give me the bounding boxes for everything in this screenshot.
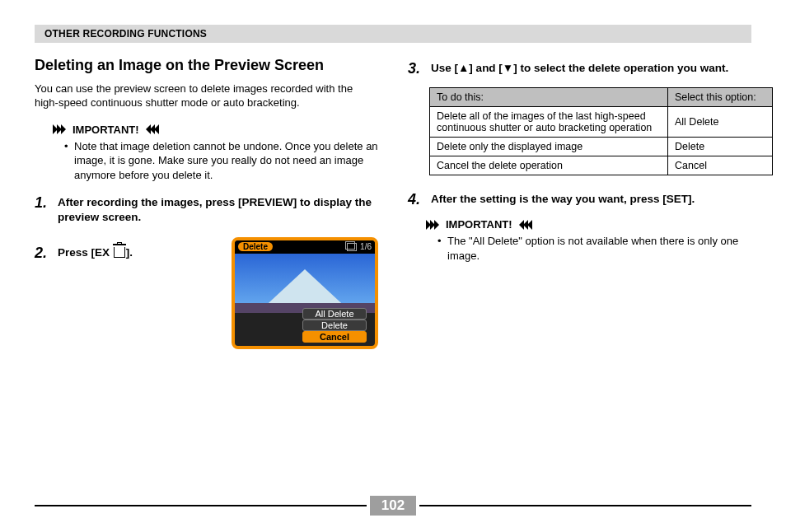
step-4: 4. After the setting is the way you want… xyxy=(408,192,751,207)
camera-counter-text: 1/6 xyxy=(360,242,372,251)
step-2-row: 2. Press [EX ]. Delete 1/6 xyxy=(35,237,378,349)
camera-counter: 1/6 xyxy=(347,242,372,251)
footer-rule-right xyxy=(419,505,751,506)
camera-option-all-delete: All Delete xyxy=(302,308,367,320)
table-row: Cancel the delete operation Cancel xyxy=(430,156,773,175)
stack-icon xyxy=(347,243,357,251)
footer-rule-left xyxy=(35,505,367,506)
camera-delete-button: Delete xyxy=(238,242,273,251)
important-label: IMPORTANT! xyxy=(73,124,139,136)
left-column: Deleting an Image on the Preview Screen … xyxy=(35,53,378,349)
step-4-number: 4. xyxy=(408,192,424,207)
trash-icon xyxy=(114,247,125,258)
camera-option-delete: Delete xyxy=(302,320,367,331)
table-head-option: Select this option: xyxy=(668,88,773,107)
intro-paragraph: You can use the preview screen to delete… xyxy=(35,82,378,110)
table-cell-option: All Delete xyxy=(668,107,773,138)
camera-top-bar: Delete 1/6 xyxy=(235,240,375,254)
two-column-layout: Deleting an Image on the Preview Screen … xyxy=(35,53,751,349)
table-cell-action: Delete all of the images of the last hig… xyxy=(430,107,668,138)
step-3-text: Use [▲] and [▼] to select the delete ope… xyxy=(431,61,728,76)
step-2: 2. Press [EX ]. xyxy=(35,245,212,260)
page-title: Deleting an Image on the Preview Screen xyxy=(35,56,378,75)
step-1-text: After recording the images, press [PREVI… xyxy=(58,195,378,225)
step-2-number: 2. xyxy=(35,245,51,260)
step-1-number: 1. xyxy=(35,195,51,225)
page-number: 102 xyxy=(370,496,416,516)
step-2-prefix: Press [EX xyxy=(58,246,113,259)
step-1: 1. After recording the images, press [PR… xyxy=(35,195,378,225)
page: OTHER RECORDING FUNCTIONS Deleting an Im… xyxy=(0,0,786,532)
step-3-number: 3. xyxy=(408,61,424,76)
chevron-left-icon xyxy=(144,124,159,134)
step-2-suffix: ]. xyxy=(126,246,133,259)
table-header-row: To do this: Select this option: xyxy=(430,88,773,107)
right-column: 3. Use [▲] and [▼] to select the delete … xyxy=(408,53,751,349)
important-callout-header: IMPORTANT! xyxy=(53,124,378,136)
page-footer: 102 xyxy=(35,496,751,516)
camera-option-cancel: Cancel xyxy=(302,331,367,343)
table-row: Delete all of the images of the last hig… xyxy=(430,107,773,138)
chevron-right-icon xyxy=(53,124,68,134)
step-3: 3. Use [▲] and [▼] to select the delete … xyxy=(408,61,751,76)
table-head-action: To do this: xyxy=(430,88,668,107)
important-callout-header-right: IMPORTANT! xyxy=(426,218,751,231)
chevron-right-icon xyxy=(426,220,441,230)
section-header-text: OTHER RECORDING FUNCTIONS xyxy=(44,28,207,40)
table-row: Delete only the displayed image Delete xyxy=(430,138,773,156)
important-label-right: IMPORTANT! xyxy=(446,218,512,231)
chevron-left-icon xyxy=(517,220,532,230)
table-cell-action: Delete only the displayed image xyxy=(430,138,668,156)
options-table: To do this: Select this option: Delete a… xyxy=(429,87,773,175)
table-cell-option: Cancel xyxy=(668,156,773,175)
camera-scene xyxy=(235,254,375,313)
table-cell-option: Delete xyxy=(668,138,773,156)
camera-preview-image: Delete 1/6 All Delete Delete xyxy=(232,237,378,349)
important-text: Note that image deletion cannot be undon… xyxy=(74,139,378,183)
step-2-text: Press [EX ]. xyxy=(58,245,133,260)
section-header-bar: OTHER RECORDING FUNCTIONS xyxy=(35,25,751,43)
camera-context-menu: All Delete Delete Cancel xyxy=(302,308,367,343)
step-4-text: After the setting is the way you want, p… xyxy=(431,192,695,207)
important-text-right: The "All Delete" option is not available… xyxy=(447,234,751,263)
table-cell-action: Cancel the delete operation xyxy=(430,156,668,175)
